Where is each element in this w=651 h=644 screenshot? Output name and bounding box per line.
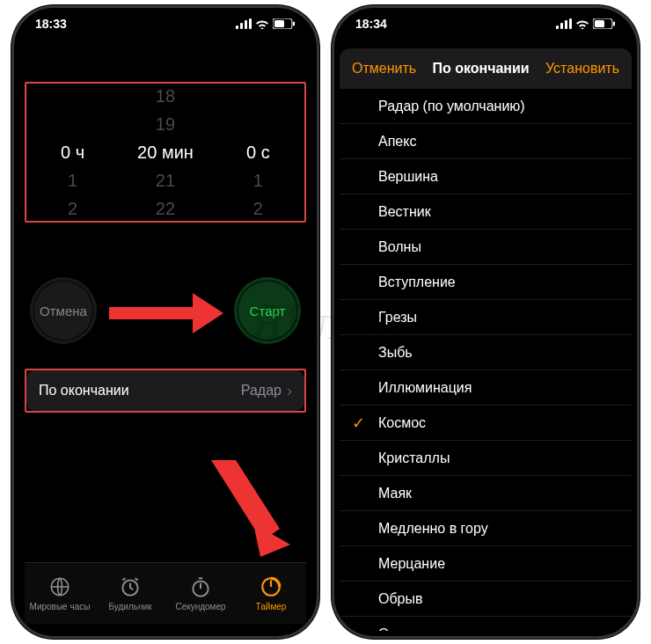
- sound-option-label: Волны: [378, 239, 421, 255]
- sound-option-label: Маяк: [378, 486, 412, 501]
- sound-option[interactable]: Маяк: [340, 476, 632, 511]
- notch: [95, 8, 236, 29]
- tab-stopwatch[interactable]: Секундомер: [165, 563, 236, 624]
- tab-timer[interactable]: Таймер: [236, 563, 306, 624]
- sound-option[interactable]: Вершина: [340, 159, 632, 194]
- status-icons: [236, 18, 296, 29]
- modal-title: По окончании: [432, 61, 529, 77]
- cancel-link[interactable]: Отменить: [352, 61, 416, 77]
- status-time: 18:33: [35, 17, 67, 31]
- hours-wheel[interactable]: 0 ч 1 2 3: [26, 84, 119, 221]
- svg-rect-18: [569, 18, 572, 29]
- svg-rect-0: [236, 26, 238, 29]
- tab-label: Мировые часы: [30, 602, 91, 611]
- svg-rect-7: [109, 307, 195, 319]
- sound-option[interactable]: Отражение: [340, 617, 632, 631]
- sound-option-label: Иллюминация: [378, 380, 472, 396]
- when-timer-ends-value: Радар: [241, 383, 282, 399]
- sound-option[interactable]: Иллюминация: [340, 370, 632, 406]
- alarm-icon: [119, 575, 142, 600]
- svg-marker-10: [253, 523, 290, 557]
- annotation-arrow: [109, 293, 223, 333]
- tab-label: Будильник: [109, 602, 152, 611]
- tab-label: Таймер: [256, 602, 287, 611]
- tab-label: Секундомер: [175, 602, 225, 611]
- sound-option[interactable]: ✓Космос: [340, 406, 632, 441]
- sound-option[interactable]: Волны: [340, 230, 632, 265]
- svg-rect-2: [245, 20, 247, 29]
- sound-option[interactable]: Радар (по умолчанию): [340, 89, 632, 124]
- svg-marker-8: [193, 293, 223, 333]
- phone-right: 18:34 Отменить По окончании Установить Р…: [332, 5, 640, 639]
- svg-rect-3: [249, 18, 252, 29]
- sound-option-label: Вестник: [378, 204, 431, 220]
- sound-option[interactable]: Зыбь: [340, 335, 632, 370]
- sound-option-label: Апекс: [378, 134, 416, 150]
- battery-icon: [273, 18, 296, 29]
- sound-option-label: Космос: [378, 415, 426, 431]
- wifi-icon: [575, 18, 589, 29]
- sound-option-label: Мерцание: [378, 556, 445, 572]
- sound-option[interactable]: Кристаллы: [340, 441, 632, 476]
- tab-alarm[interactable]: Будильник: [95, 563, 165, 624]
- cancel-button-label: Отмена: [40, 304, 87, 318]
- sound-option-label: Радар (по умолчанию): [378, 99, 525, 114]
- sound-option-label: Медленно в гору: [378, 521, 488, 537]
- when-timer-ends-row[interactable]: По окончании Радар ›: [26, 370, 304, 411]
- duration-picker[interactable]: 0 ч 1 2 3 18 19 20 мин 21 22 23: [25, 82, 306, 223]
- check-icon: ✓: [352, 413, 365, 433]
- svg-rect-6: [293, 22, 295, 26]
- sound-option[interactable]: Вестник: [340, 194, 632, 230]
- battery-icon: [593, 18, 616, 29]
- svg-rect-5: [274, 20, 284, 27]
- annotation-arrow: [211, 460, 290, 557]
- stopwatch-icon: [189, 575, 212, 600]
- svg-rect-16: [560, 23, 563, 29]
- globe-icon: [48, 575, 71, 600]
- wifi-icon: [255, 18, 269, 29]
- tab-bar: Мировые часы Будильник Секундомер Таймер: [25, 562, 306, 624]
- status-icons: [556, 18, 616, 29]
- sound-option-label: Кристаллы: [378, 450, 450, 466]
- svg-rect-20: [595, 20, 604, 27]
- sound-option[interactable]: Медленно в гору: [340, 511, 632, 546]
- chevron-right-icon: ›: [287, 382, 292, 400]
- status-time: 18:34: [355, 17, 387, 31]
- minutes-wheel[interactable]: 18 19 20 мин 21 22 23: [119, 84, 211, 221]
- modal-navigation-bar: Отменить По окончании Установить: [340, 48, 632, 89]
- svg-rect-15: [556, 26, 559, 29]
- set-link[interactable]: Установить: [545, 61, 619, 77]
- signal-icon: [556, 18, 572, 29]
- svg-rect-17: [565, 20, 567, 29]
- svg-rect-1: [240, 23, 243, 29]
- start-button[interactable]: Старт: [234, 277, 301, 344]
- sound-option-label: Обрыв: [378, 591, 423, 607]
- sound-option[interactable]: Обрыв: [340, 582, 632, 617]
- start-button-label: Старт: [250, 304, 286, 318]
- sound-option-label: Зыбь: [378, 345, 413, 361]
- notch: [415, 8, 556, 29]
- timer-icon: [260, 575, 282, 600]
- seconds-wheel[interactable]: 0 c 1 2 3: [212, 84, 304, 221]
- sound-option[interactable]: Грезы: [340, 300, 632, 335]
- cancel-button[interactable]: Отмена: [30, 277, 97, 344]
- sound-option-label: Вступление: [378, 274, 456, 290]
- tab-world-clock[interactable]: Мировые часы: [25, 563, 95, 624]
- signal-icon: [236, 18, 252, 29]
- svg-marker-9: [211, 460, 280, 541]
- sound-option[interactable]: Апекс: [340, 124, 632, 159]
- phone-left: 18:33 0 ч 1 2 3: [11, 5, 319, 639]
- sound-option-list[interactable]: Радар (по умолчанию)АпексВершинаВестникВ…: [340, 89, 632, 631]
- svg-rect-21: [613, 22, 615, 26]
- sound-option-label: Грезы: [378, 310, 417, 326]
- when-timer-ends-label: По окончании: [39, 383, 129, 399]
- sound-option-label: Вершина: [378, 169, 438, 185]
- sound-option[interactable]: Вступление: [340, 265, 632, 300]
- sound-option-label: Отражение: [378, 626, 452, 632]
- sound-option[interactable]: Мерцание: [340, 546, 632, 582]
